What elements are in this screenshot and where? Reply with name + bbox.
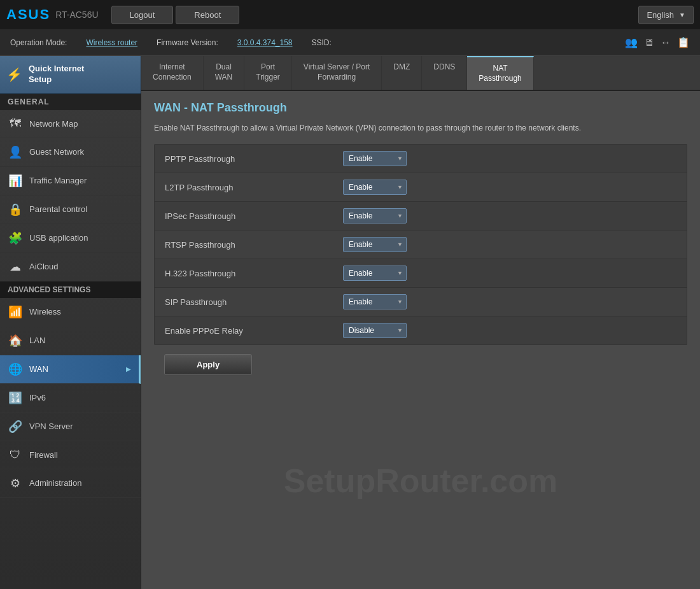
sip-control: Enable Disable: [343, 294, 407, 309]
ipsec-label: IPSec Passthrough: [165, 211, 343, 221]
apply-button[interactable]: Apply: [164, 354, 252, 375]
sidebar-item-label: VPN Server: [29, 422, 73, 431]
tab-nat-passthrough[interactable]: NATPassthrough: [467, 56, 533, 90]
header: ASUS RT-AC56U Logout Reboot English ▼: [0, 0, 700, 29]
pptp-select-wrapper: Enable Disable: [343, 151, 407, 166]
sidebar-item-label: LAN: [29, 336, 45, 345]
sidebar-item-parental-control[interactable]: 🔒 Parental control: [0, 195, 141, 224]
wan-icon: 🌐: [8, 362, 23, 376]
firmware-value[interactable]: 3.0.0.4.374_158: [237, 38, 293, 47]
l2tp-control: Enable Disable: [343, 180, 407, 195]
sidebar-item-firewall[interactable]: 🛡 Firewall: [0, 441, 141, 469]
sidebar-item-label: Firewall: [29, 450, 58, 460]
header-buttons: Logout Reboot: [111, 6, 639, 24]
sidebar-item-wan[interactable]: 🌐 WAN: [0, 355, 141, 384]
sidebar-item-aicloud[interactable]: ☁ AiCloud: [0, 253, 141, 281]
share-icon[interactable]: ↔: [661, 37, 671, 48]
logo-model: RT-AC56U: [55, 10, 98, 20]
logo-asus: ASUS: [6, 6, 50, 23]
sidebar: ⚡ Quick InternetSetup General 🗺 Network …: [0, 56, 141, 589]
sidebar-item-wireless[interactable]: 📶 Wireless: [0, 298, 141, 327]
sidebar-item-usb-application[interactable]: 🧩 USB application: [0, 224, 141, 253]
sidebar-item-label: Administration: [29, 478, 81, 488]
page-title: WAN - NAT Passthrough: [154, 101, 687, 115]
network-map-icon: 🗺: [8, 117, 23, 131]
form-row-l2tp: L2TP Passthrough Enable Disable: [155, 173, 687, 202]
aicloud-icon: ☁: [8, 260, 23, 274]
tab-virtual-server[interactable]: Virtual Server / PortForwarding: [292, 56, 382, 90]
logout-button[interactable]: Logout: [111, 6, 174, 24]
info-bar: Operation Mode: Wireless router Firmware…: [0, 29, 700, 56]
advanced-section-header: Advanced Settings: [0, 281, 141, 298]
wireless-icon: 📶: [8, 305, 23, 319]
form-row-sip: SIP Passthrough Enable Disable: [155, 288, 687, 316]
pppoe-relay-label: Enable PPPoE Relay: [165, 326, 343, 336]
ssid-label: SSID:: [312, 38, 332, 47]
sidebar-item-label: Wireless: [29, 307, 61, 316]
tab-dual-wan[interactable]: DualWAN: [204, 56, 245, 90]
tab-ddns[interactable]: DDNS: [422, 56, 467, 90]
sidebar-item-label: AiCloud: [29, 262, 59, 271]
pppoe-relay-control: Enable Disable: [343, 323, 407, 338]
ipsec-select[interactable]: Enable Disable: [343, 208, 407, 224]
sidebar-item-label: IPv6: [29, 393, 46, 402]
sidebar-item-administration[interactable]: ⚙ Administration: [0, 469, 141, 498]
parental-control-icon: 🔒: [8, 202, 23, 216]
vpn-icon: 🔗: [8, 420, 23, 434]
chevron-down-icon: ▼: [679, 11, 685, 18]
sidebar-item-vpn-server[interactable]: 🔗 VPN Server: [0, 413, 141, 441]
pptp-select[interactable]: Enable Disable: [343, 151, 407, 166]
page-description: Enable NAT Passthrough to allow a Virtua…: [154, 122, 687, 134]
apply-btn-row: Apply: [154, 345, 687, 384]
bookmark-icon[interactable]: 📋: [677, 36, 690, 48]
rtsp-select[interactable]: Enable Disable: [343, 237, 407, 252]
h323-select-wrapper: Enable Disable: [343, 266, 407, 281]
traffic-manager-icon: 📊: [8, 174, 23, 188]
form-row-rtsp: RTSP Passthrough Enable Disable: [155, 231, 687, 259]
form-row-pppoe-relay: Enable PPPoE Relay Enable Disable: [155, 316, 687, 344]
pptp-control: Enable Disable: [343, 151, 407, 166]
ipv6-icon: 🔢: [8, 391, 23, 405]
l2tp-select[interactable]: Enable Disable: [343, 180, 407, 195]
h323-select[interactable]: Enable Disable: [343, 266, 407, 281]
network-icon[interactable]: 🖥: [644, 37, 654, 48]
sidebar-item-network-map[interactable]: 🗺 Network Map: [0, 110, 141, 138]
pppoe-relay-select[interactable]: Enable Disable: [343, 323, 407, 338]
ipsec-select-wrapper: Enable Disable: [343, 208, 407, 224]
sidebar-item-lan[interactable]: 🏠 LAN: [0, 327, 141, 355]
l2tp-select-wrapper: Enable Disable: [343, 180, 407, 195]
sidebar-item-guest-network[interactable]: 👤 Guest Network: [0, 138, 141, 167]
admin-icon: ⚙: [8, 476, 23, 490]
h323-label: H.323 Passthrough: [165, 269, 343, 278]
language-label: English: [647, 10, 674, 20]
operation-mode-value[interactable]: Wireless router: [86, 38, 137, 47]
pppoe-relay-select-wrapper: Enable Disable: [343, 323, 407, 338]
form-table: PPTP Passthrough Enable Disable L2TP Pas…: [154, 144, 687, 345]
usb-icon: 🧩: [8, 231, 23, 245]
lan-icon: 🏠: [8, 334, 23, 348]
sidebar-item-label: Parental control: [29, 204, 87, 214]
reboot-button[interactable]: Reboot: [176, 6, 239, 24]
logo: ASUS RT-AC56U: [6, 6, 99, 23]
form-row-ipsec: IPSec Passthrough Enable Disable: [155, 202, 687, 231]
language-selector[interactable]: English ▼: [638, 6, 694, 24]
rtsp-label: RTSP Passthrough: [165, 240, 343, 250]
tab-port-trigger[interactable]: PortTrigger: [244, 56, 292, 90]
general-section-header: General: [0, 94, 141, 110]
form-row-pptp: PPTP Passthrough Enable Disable: [155, 145, 687, 173]
rtsp-select-wrapper: Enable Disable: [343, 237, 407, 252]
tab-internet-connection[interactable]: InternetConnection: [141, 56, 204, 90]
users-icon[interactable]: 👥: [625, 36, 638, 48]
sidebar-item-label: WAN: [29, 364, 48, 374]
l2tp-label: L2TP Passthrough: [165, 183, 343, 192]
pptp-label: PPTP Passthrough: [165, 154, 343, 164]
sip-select[interactable]: Enable Disable: [343, 294, 407, 309]
sidebar-item-label: Network Map: [29, 119, 78, 129]
sidebar-item-ipv6[interactable]: 🔢 IPv6: [0, 384, 141, 413]
sip-label: SIP Passthrough: [165, 297, 343, 307]
sidebar-item-traffic-manager[interactable]: 📊 Traffic Manager: [0, 167, 141, 195]
tab-dmz[interactable]: DMZ: [382, 56, 422, 90]
quick-setup-item[interactable]: ⚡ Quick InternetSetup: [0, 56, 141, 94]
form-row-h323: H.323 Passthrough Enable Disable: [155, 259, 687, 288]
main-layout: ⚡ Quick InternetSetup General 🗺 Network …: [0, 56, 700, 589]
